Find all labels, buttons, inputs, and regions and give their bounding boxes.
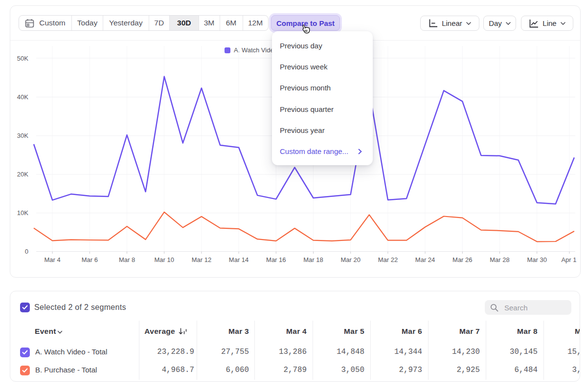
svg-text:0: 0 [25, 248, 28, 255]
svg-text:Mar 20: Mar 20 [340, 256, 360, 263]
svg-text:Mar 28: Mar 28 [490, 256, 509, 263]
svg-text:50K: 50K [17, 55, 28, 62]
svg-text:20K: 20K [17, 171, 28, 178]
svg-text:40K: 40K [17, 93, 28, 101]
svg-text:Mar 22: Mar 22 [378, 256, 398, 263]
svg-text:Mar 18: Mar 18 [303, 256, 323, 263]
svg-text:Mar 14: Mar 14 [229, 256, 248, 263]
svg-text:Mar 8: Mar 8 [119, 256, 135, 263]
svg-text:10K: 10K [17, 209, 28, 217]
svg-text:Mar 4: Mar 4 [44, 256, 60, 263]
svg-text:Mar 16: Mar 16 [266, 256, 286, 263]
svg-text:Mar 6: Mar 6 [82, 256, 98, 263]
svg-text:Mar 12: Mar 12 [192, 256, 211, 263]
svg-text:Mar 24: Mar 24 [415, 256, 435, 263]
svg-text:30K: 30K [17, 132, 28, 139]
svg-text:Apr 1: Apr 1 [561, 256, 576, 263]
svg-text:Mar 10: Mar 10 [154, 256, 174, 263]
svg-text:Mar 30: Mar 30 [527, 256, 546, 263]
svg-text:Mar 26: Mar 26 [452, 256, 472, 263]
